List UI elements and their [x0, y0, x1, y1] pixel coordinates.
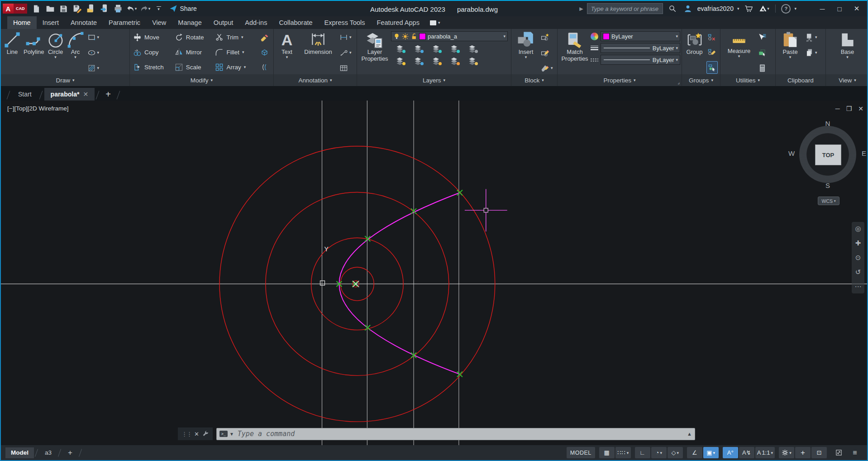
leader-button[interactable]: ▾	[339, 47, 353, 58]
account-dropdown-icon[interactable]: ▾	[737, 7, 739, 10]
viewcube-north[interactable]: N	[794, 120, 862, 127]
isometric-drafting-toggle[interactable]: ◇▾	[668, 447, 683, 458]
customize-qat-button[interactable]: ▾	[153, 3, 165, 14]
panel-label-clipboard[interactable]: Clipboard	[776, 74, 825, 86]
offset-button[interactable]	[258, 61, 272, 73]
linear-dimension-button[interactable]: ▾	[339, 31, 353, 43]
panel-label-view[interactable]: View▾	[826, 74, 868, 86]
open-file-button[interactable]	[44, 3, 56, 14]
fillet-button[interactable]: Fillet▾	[213, 46, 257, 58]
viewport-restore-icon[interactable]: ❒	[846, 105, 852, 112]
viewcube-west[interactable]: W	[788, 149, 795, 157]
layer-thaw-all-button[interactable]	[427, 55, 445, 67]
make-current-layer-button[interactable]	[463, 43, 482, 55]
array-button[interactable]: Array▾	[213, 61, 257, 73]
new-layout-button[interactable]: +	[62, 447, 78, 458]
tab-add-ins[interactable]: Add-ins	[239, 16, 273, 29]
group-edit-button[interactable]	[706, 46, 718, 58]
workspace-switching-button[interactable]: ▾	[779, 447, 794, 458]
match-properties-button[interactable]: Match Properties	[559, 30, 591, 63]
help-search-input[interactable]	[587, 3, 663, 14]
edit-block-button[interactable]	[540, 47, 554, 58]
rectangle-button[interactable]: ▾	[86, 31, 100, 43]
save-to-web-mobile-button[interactable]	[99, 3, 110, 14]
viewport-controls[interactable]: [−][Top][2D Wireframe]	[7, 105, 68, 112]
viewcube-top-face[interactable]: TOP	[815, 144, 841, 165]
tab-start[interactable]: Start	[12, 88, 38, 101]
close-button[interactable]: ✕	[850, 3, 863, 14]
command-input-bar[interactable]: >_ ▼ ▲	[216, 428, 695, 440]
lineweight-dropdown[interactable]: ByLayer▾	[601, 43, 680, 53]
layer-unisolate-button[interactable]	[409, 55, 427, 67]
clean-screen-toggle[interactable]	[831, 447, 846, 458]
app-menu-button[interactable]: A CAD	[3, 4, 27, 14]
navbar-more-icon[interactable]: ⋯	[855, 283, 862, 291]
wcs-dropdown[interactable]: WCS▾	[818, 197, 839, 205]
open-from-web-mobile-button[interactable]	[85, 3, 97, 14]
tab-express-tools[interactable]: Express Tools	[319, 16, 371, 29]
grid-toggle[interactable]: ▦	[599, 447, 615, 458]
rotate-button[interactable]: Rotate	[173, 31, 212, 43]
ortho-toggle[interactable]: ∟	[635, 447, 650, 458]
ribbon-display-toggle[interactable]: ▾	[430, 16, 440, 29]
annotation-visibility-toggle[interactable]: A°	[723, 447, 738, 458]
group-button[interactable]: Group	[683, 30, 706, 56]
linetype-dropdown[interactable]: ByLayer▾	[601, 55, 680, 65]
search-expand-icon[interactable]: ▶	[579, 6, 583, 12]
command-input[interactable]	[237, 429, 684, 438]
isolate-objects-button[interactable]: ⊡	[811, 447, 827, 458]
erase-button[interactable]	[258, 31, 272, 43]
select-similar-button[interactable]	[757, 47, 768, 58]
base-view-button[interactable]: Base▾	[834, 30, 862, 60]
model-paper-toggle[interactable]: MODEL	[567, 447, 595, 458]
username[interactable]: evafrias2020	[697, 5, 734, 12]
panel-label-groups[interactable]: Groups▾	[682, 74, 720, 86]
layer-on-button[interactable]	[391, 55, 409, 67]
ellipse-button[interactable]: ▾	[86, 47, 100, 58]
new-drawing-tab-button[interactable]: +	[101, 88, 115, 101]
object-snap-tracking-toggle[interactable]: ∠	[687, 447, 702, 458]
autodesk-logo-icon[interactable]: ▾	[758, 3, 770, 14]
search-icon[interactable]	[667, 3, 678, 14]
text-button[interactable]: A Text▾	[275, 30, 299, 60]
snap-toggle[interactable]: ∷∷▾	[615, 447, 631, 458]
help-dropdown-icon[interactable]: ▾	[794, 7, 796, 10]
save-button[interactable]	[58, 3, 70, 14]
polar-tracking-toggle[interactable]: ◔▾	[651, 447, 667, 458]
ungroup-button[interactable]	[706, 31, 718, 43]
layer-select-dropdown[interactable]: parabola_a ▾	[391, 31, 508, 41]
mirror-button[interactable]: Mirror	[173, 46, 212, 58]
drawing-canvas[interactable]: Y [−][Top][2D Wireframe] ─ ❒ ✕ N S W E T…	[1, 101, 867, 445]
tab-insert[interactable]: Insert	[37, 16, 65, 29]
panel-label-utilities[interactable]: Utilities▾	[720, 74, 775, 86]
layer-properties-button[interactable]: Layer Properties	[358, 30, 391, 63]
viewcube[interactable]: N S W E TOP	[794, 120, 862, 188]
viewcube-south[interactable]: S	[794, 182, 862, 189]
tab-annotate[interactable]: Annotate	[65, 16, 103, 29]
maximize-button[interactable]: □	[833, 3, 846, 14]
panel-label-block[interactable]: Block▾	[511, 74, 557, 86]
plot-button[interactable]	[112, 3, 124, 14]
object-color-dropdown[interactable]: ByLayer▾	[601, 31, 680, 41]
layer-off-button[interactable]	[391, 43, 409, 55]
layout-tab-model[interactable]: Model	[5, 447, 34, 458]
layer-freeze-button[interactable]	[427, 43, 445, 55]
create-block-button[interactable]	[540, 31, 554, 43]
annotation-monitor-toggle[interactable]: +	[795, 447, 811, 458]
table-button[interactable]	[339, 62, 353, 74]
paste-button[interactable]: Paste▾	[777, 30, 803, 60]
panel-label-annotation[interactable]: Annotation▾	[274, 74, 357, 86]
panel-label-layers[interactable]: Layers▾	[357, 74, 511, 86]
tab-featured-apps[interactable]: Featured Apps	[371, 16, 425, 29]
viewport-close-icon[interactable]: ✕	[858, 105, 863, 112]
tab-collaborate[interactable]: Collaborate	[273, 16, 318, 29]
customization-menu-button[interactable]: ≡	[847, 447, 863, 458]
command-history-icon[interactable]: ▲	[687, 431, 692, 437]
layer-unlock-button[interactable]	[445, 55, 463, 67]
move-button[interactable]: Move	[131, 31, 171, 43]
full-navigation-wheel-icon[interactable]: ◎	[855, 225, 861, 233]
close-tab-icon[interactable]: ✕	[83, 91, 88, 98]
tab-parametric[interactable]: Parametric	[103, 16, 146, 29]
tab-output[interactable]: Output	[208, 16, 239, 29]
command-grip-handle[interactable]: ⋮⋮	[181, 431, 191, 437]
